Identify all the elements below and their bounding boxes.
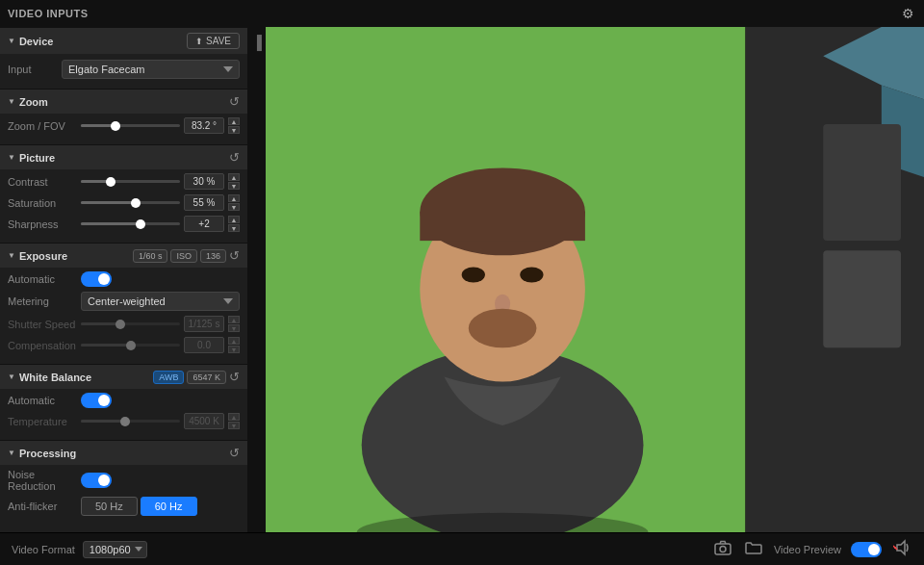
video-preview-knob [868, 544, 880, 555]
exposure-header-right: 1/60 s ISO 136 ↺ [133, 248, 240, 263]
device-section-header[interactable]: ▼ Device ⬆ SAVE [0, 27, 247, 54]
shutter-value: 1/125 s [184, 316, 224, 332]
wb-auto-label: Automatic [8, 395, 77, 406]
camera-icon [714, 540, 732, 555]
zoom-reset-button[interactable]: ↺ [229, 94, 240, 109]
video-frame [266, 27, 924, 532]
wb-auto-toggle[interactable] [81, 393, 112, 408]
fov-up[interactable]: ▲ [228, 117, 240, 125]
processing-section-header[interactable]: ▼ Processing ↺ [0, 440, 247, 465]
folder-icon [745, 541, 762, 554]
bottom-right: Video Preview [712, 537, 912, 562]
exposure-auto-toggle[interactable] [81, 271, 112, 287]
processing-reset-button[interactable]: ↺ [229, 446, 240, 460]
exposure-reset-button[interactable]: ↺ [229, 248, 240, 263]
metering-select[interactable]: Center-weighted Spot Average [81, 292, 240, 311]
input-select[interactable]: Elgato Facecam [62, 60, 240, 79]
processing-header-left: ▼ Processing [8, 448, 76, 459]
screenshot-button[interactable] [712, 538, 733, 561]
flicker-btn-group: 50 Hz 60 Hz [81, 497, 197, 516]
contrast-up[interactable]: ▲ [228, 173, 240, 181]
wb-content: Automatic Temperature 4500 K ▲ ▼ [0, 389, 247, 440]
svg-rect-4 [823, 124, 901, 241]
exposure-section-header[interactable]: ▼ Exposure 1/60 s ISO 136 ↺ [0, 243, 247, 268]
anti-flicker-row: Anti-flicker 50 Hz 60 Hz [8, 497, 240, 516]
saturation-value: 55 % [184, 194, 224, 211]
saturation-label: Saturation [8, 197, 77, 209]
video-preview-toggle[interactable] [851, 542, 882, 557]
compensation-spinner: ▲ ▼ [228, 337, 240, 353]
preview-label: Video Preview [774, 544, 841, 555]
input-row: Input Elgato Facecam [8, 60, 240, 79]
zoom-header-left: ▼ Zoom [8, 96, 48, 108]
speaker-icon [893, 539, 911, 556]
zoom-section-header[interactable]: ▼ Zoom ↺ [0, 89, 247, 114]
noise-reduction-toggle[interactable] [81, 473, 112, 488]
exposure-header-left: ▼ Exposure [8, 250, 67, 262]
save-button[interactable]: ⬆ SAVE [187, 33, 240, 49]
contrast-slider[interactable] [81, 180, 180, 183]
shutter-down: ▼ [228, 324, 240, 332]
flicker-50-button[interactable]: 50 Hz [81, 497, 138, 516]
fov-slider[interactable] [81, 124, 180, 127]
saturation-down[interactable]: ▼ [228, 203, 240, 211]
wb-section-label: White Balance [19, 372, 91, 383]
processing-header-right: ↺ [229, 446, 240, 460]
audio-button[interactable] [891, 537, 912, 562]
format-select[interactable]: 1080p60 1080p30 720p60 720p30 [83, 541, 147, 558]
saturation-slider[interactable] [81, 201, 180, 204]
save-icon: ⬆ [195, 37, 203, 46]
wb-automatic-row: Automatic [8, 393, 240, 408]
device-chevron: ▼ [8, 37, 15, 45]
sidebar-toggle-button[interactable]: ▐ [252, 35, 262, 50]
contrast-spinner: ▲ ▼ [228, 173, 240, 190]
wb-section-header[interactable]: ▼ White Balance AWB 6547 K ↺ [0, 364, 247, 389]
picture-section-label: Picture [19, 152, 55, 164]
sharpness-row: Sharpness +2 ▲ ▼ [8, 216, 240, 232]
wb-reset-button[interactable]: ↺ [229, 370, 240, 384]
picture-reset-button[interactable]: ↺ [229, 150, 240, 165]
picture-header-left: ▼ Picture [8, 152, 55, 164]
sharpness-up[interactable]: ▲ [228, 216, 240, 223]
zoom-content: Zoom / FOV 83.2 ° ▲ ▼ [0, 114, 247, 144]
metering-row: Metering Center-weighted Spot Average [8, 292, 240, 311]
sharpness-down[interactable]: ▼ [228, 224, 240, 232]
exposure-chevron: ▼ [8, 251, 15, 260]
noise-reduction-row: Noise Reduction [8, 469, 240, 492]
shutter-badge: 1/60 s [133, 249, 168, 263]
zoom-header-right: ↺ [229, 94, 240, 109]
main-content: ▼ Device ⬆ SAVE Input Elgato Facecam [0, 27, 924, 532]
contrast-down[interactable]: ▼ [228, 182, 240, 190]
svg-point-12 [520, 267, 543, 282]
exposure-section-label: Exposure [19, 250, 67, 262]
temperature-down: ▼ [228, 422, 240, 429]
processing-content: Noise Reduction Anti-flicker 50 Hz 60 Hz [0, 465, 247, 526]
exposure-automatic-row: Automatic [8, 271, 240, 287]
sharpness-slider[interactable] [81, 222, 180, 225]
picture-header-right: ↺ [229, 150, 240, 165]
awb-badge: AWB [153, 371, 184, 384]
temperature-value: 4500 K [184, 413, 224, 429]
wb-header-right: AWB 6547 K ↺ [153, 370, 240, 384]
wb-header-left: ▼ White Balance [8, 372, 91, 383]
video-content [266, 27, 924, 532]
exposure-content: Automatic Metering Center-weighted Spot … [0, 268, 247, 364]
input-label: Input [8, 64, 56, 75]
shutter-row: Shutter Speed 1/125 s ▲ ▼ [8, 316, 240, 332]
picture-section-header[interactable]: ▼ Picture ↺ [0, 144, 247, 169]
bottom-left: Video Format 1080p60 1080p30 720p60 720p… [12, 541, 147, 558]
folder-button[interactable] [743, 539, 764, 560]
saturation-spinner: ▲ ▼ [228, 194, 240, 211]
saturation-up[interactable]: ▲ [228, 194, 240, 202]
fov-down[interactable]: ▼ [228, 126, 240, 134]
flicker-60-button[interactable]: 60 Hz [141, 497, 197, 516]
iso-label-badge: ISO [170, 249, 197, 263]
device-header-left: ▼ Device [8, 36, 53, 47]
compensation-value: 0.0 [184, 337, 224, 353]
device-header-right: ⬆ SAVE [187, 33, 240, 49]
shutter-up: ▲ [228, 316, 240, 323]
metering-label: Metering [8, 295, 77, 307]
anti-flicker-label: Anti-flicker [8, 501, 77, 512]
settings-button[interactable]: ⚙ [900, 4, 916, 23]
device-section-label: Device [19, 36, 53, 47]
